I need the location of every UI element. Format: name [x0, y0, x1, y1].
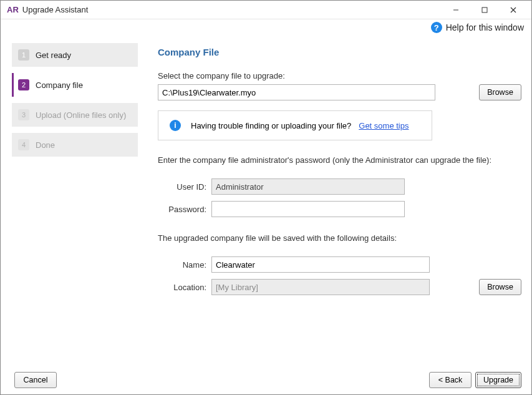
main-panel: Company File Select the company file to … — [138, 43, 521, 366]
svg-rect-1 — [482, 7, 487, 12]
step-number-box: 4 — [18, 139, 29, 150]
upgrade-button[interactable]: Upgrade — [475, 372, 521, 388]
sidebar-item-label: Upload (Online files only) — [36, 110, 126, 120]
name-row: Name: — [158, 256, 521, 273]
location-row: Location: Browse — [158, 279, 521, 295]
browse-location-button[interactable]: Browse — [479, 279, 521, 295]
step-number-box: 2 — [18, 79, 29, 90]
upgrade-assistant-window: AR Upgrade Assistant ? Help for this win… — [0, 0, 532, 395]
sidebar-item-done: 4 Done — [12, 133, 138, 157]
sidebar-item-get-ready[interactable]: 1 Get ready — [12, 43, 138, 67]
password-input[interactable] — [211, 201, 405, 217]
sidebar-item-label: Done — [36, 140, 55, 150]
content-area: 1 Get ready 2 Company file 3 Upload (Onl… — [1, 37, 531, 366]
sidebar-item-company-file[interactable]: 2 Company file — [12, 73, 138, 97]
cancel-button[interactable]: Cancel — [14, 372, 57, 388]
titlebar: AR Upgrade Assistant — [1, 1, 531, 19]
user-id-input — [211, 178, 405, 195]
location-input — [211, 279, 430, 295]
sidebar-item-upload: 3 Upload (Online files only) — [12, 103, 138, 127]
bottom-bar: Cancel < Back Upgrade — [1, 366, 531, 394]
wizard-sidebar: 1 Get ready 2 Company file 3 Upload (Onl… — [12, 43, 138, 366]
sidebar-item-label: Get ready — [36, 51, 71, 60]
location-label: Location: — [158, 283, 206, 292]
step-number-box: 3 — [18, 109, 29, 120]
info-text: Having trouble finding or uploading your… — [191, 121, 351, 130]
tips-link[interactable]: Get some tips — [359, 121, 409, 130]
browse-file-button[interactable]: Browse — [479, 84, 521, 100]
password-label: Password: — [158, 205, 206, 214]
sidebar-item-label: Company file — [36, 80, 83, 90]
window-title: Upgrade Assistant — [22, 5, 89, 14]
info-box: i Having trouble finding or uploading yo… — [158, 110, 432, 140]
user-id-label: User ID: — [158, 182, 206, 192]
help-link[interactable]: Help for this window — [446, 22, 524, 32]
info-icon: i — [170, 120, 181, 131]
window-controls — [442, 1, 528, 19]
minimize-button[interactable] — [442, 1, 470, 19]
name-label: Name: — [158, 260, 206, 270]
password-row: Password: — [158, 201, 521, 217]
step-number-box: 1 — [18, 49, 29, 61]
app-brand: AR — [7, 5, 19, 14]
user-id-row: User ID: — [158, 178, 521, 195]
name-input[interactable] — [211, 256, 430, 273]
maximize-button[interactable] — [470, 1, 499, 19]
help-bar: ? Help for this window — [1, 19, 531, 37]
select-file-label: Select the company file to upgrade: — [158, 71, 521, 80]
back-button[interactable]: < Back — [429, 372, 472, 388]
file-path-input[interactable] — [158, 84, 435, 100]
close-button[interactable] — [499, 1, 528, 19]
file-path-row: Browse — [158, 84, 521, 100]
page-title: Company File — [158, 47, 521, 57]
password-hint-label: Enter the company file administrator's p… — [158, 155, 521, 165]
save-details-label: The upgraded company file will be saved … — [158, 233, 521, 243]
help-icon: ? — [431, 22, 442, 33]
